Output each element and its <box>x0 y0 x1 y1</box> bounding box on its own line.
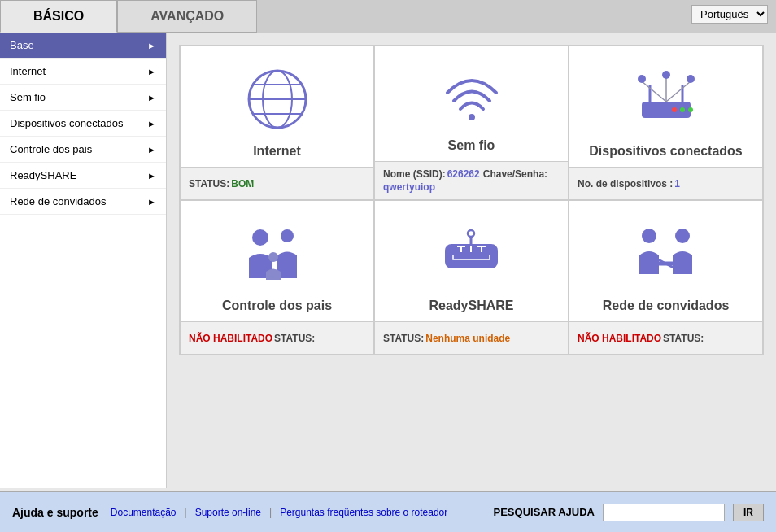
guest-network-icon <box>631 221 700 286</box>
card-controle-title: Controle dos pais <box>222 299 332 321</box>
card-internet[interactable]: Internet STATUS: BOM <box>180 46 374 200</box>
sidebar-arrow-dispositivos: ► <box>147 119 156 129</box>
card-controle-status: NÃO HABILITADO STATUS: <box>181 321 373 354</box>
semfio-pass-label: Chave/Senha: <box>483 168 547 180</box>
footer-link-docs[interactable]: Documentação <box>111 507 177 518</box>
sidebar: Base ► Internet ► Sem fio ► Dispositivos… <box>0 33 167 488</box>
svg-point-7 <box>672 107 677 112</box>
main-layout: Base ► Internet ► Sem fio ► Dispositivos… <box>0 33 776 488</box>
footer-sep-2: | <box>269 507 272 518</box>
card-dispositivos-status: No. de dispositivos : 1 <box>569 167 762 199</box>
card-rede-status: NÃO HABILITADO STATUS: <box>569 321 762 354</box>
readyshare-status-value: Nenhuma unidade <box>425 333 510 344</box>
sidebar-item-internet[interactable]: Internet ► <box>0 59 166 85</box>
card-controle[interactable]: Controle dos pais NÃO HABILITADO STATUS: <box>180 200 374 355</box>
wifi-icon <box>439 64 504 129</box>
card-internet-title: Internet <box>253 144 301 167</box>
sidebar-label-base: Base <box>10 39 34 51</box>
help-title: Ajuda e suporte <box>12 506 98 519</box>
language-dropdown[interactable]: Português English Español Français <box>691 5 768 24</box>
usb-icon <box>437 224 506 285</box>
rede-status-label: STATUS: <box>663 333 704 344</box>
svg-point-19 <box>281 229 294 242</box>
readyshare-status-label: STATUS: <box>383 333 424 344</box>
internet-icon <box>245 67 310 132</box>
semfio-ssid-value: 626262 <box>447 168 480 180</box>
sidebar-item-readyshare[interactable]: ReadySHARE ► <box>0 163 166 189</box>
sidebar-label-rede: Rede de convidados <box>10 195 107 207</box>
card-readyshare-title: ReadySHARE <box>429 299 513 321</box>
router-icon <box>630 69 703 130</box>
language-selector[interactable]: Português English Español Français <box>691 5 768 24</box>
card-dispositivos-icon-area <box>621 46 711 144</box>
card-dispositivos[interactable]: Dispositivos conectados No. de dispositi… <box>569 46 763 200</box>
sidebar-arrow-readyshare: ► <box>147 171 156 181</box>
internet-status-label: STATUS: <box>189 178 229 190</box>
card-internet-icon-area <box>237 46 318 144</box>
card-internet-status: STATUS: BOM <box>181 167 373 199</box>
sidebar-label-semfio: Sem fio <box>10 91 46 103</box>
sidebar-item-base[interactable]: Base ► <box>0 33 166 59</box>
sidebar-item-rede[interactable]: Rede de convidados ► <box>0 189 166 215</box>
sidebar-arrow-controle: ► <box>147 145 156 155</box>
card-semfio[interactable]: Sem fio Nome (SSID): 626262 Chave/Senha:… <box>374 46 569 200</box>
sidebar-item-dispositivos[interactable]: Dispositivos conectados ► <box>0 111 166 137</box>
sidebar-arrow-base: ► <box>147 41 156 50</box>
footer-link-support[interactable]: Suporte on-line <box>195 507 261 518</box>
sidebar-arrow-semfio: ► <box>147 93 156 102</box>
svg-point-16 <box>662 71 670 79</box>
search-label: PESQUISAR AJUDA <box>494 506 595 518</box>
footer: Ajuda e suporte Documentação | Suporte o… <box>0 491 776 532</box>
card-readyshare-status: STATUS: Nenhuma unidade <box>375 321 568 354</box>
controle-status-label: STATUS: <box>274 333 315 344</box>
svg-point-29 <box>642 229 656 243</box>
card-rede[interactable]: Rede de convidados NÃO HABILITADO STATUS… <box>569 200 763 355</box>
svg-point-23 <box>468 230 474 237</box>
cards-grid: Internet STATUS: BOM Sem fio <box>179 45 764 355</box>
sidebar-label-controle: Controle dos pais <box>10 143 92 155</box>
sidebar-arrow-rede: ► <box>147 197 156 207</box>
sidebar-label-readyshare: ReadySHARE <box>10 169 76 181</box>
sidebar-label-internet: Internet <box>10 65 46 77</box>
footer-link-faq[interactable]: Perguntas freqüentes sobre o roteador <box>280 507 447 518</box>
controle-habilitado: NÃO HABILITADO <box>189 333 272 344</box>
sidebar-label-dispositivos: Dispositivos conectados <box>10 117 123 129</box>
dispositivos-count-value: 1 <box>674 178 680 190</box>
card-semfio-status: Nome (SSID): 626262 Chave/Senha: qwertyu… <box>375 161 568 199</box>
card-readyshare-icon-area <box>429 201 514 299</box>
svg-point-30 <box>675 229 690 243</box>
svg-point-18 <box>252 229 268 246</box>
content-area: Internet STATUS: BOM Sem fio <box>167 33 776 488</box>
search-input[interactable] <box>603 504 725 521</box>
semfio-pass-value: qwertyuiop <box>383 181 435 193</box>
tab-advanced[interactable]: AVANÇADO <box>117 0 257 33</box>
svg-point-5 <box>469 114 475 120</box>
card-readyshare[interactable]: ReadySHARE STATUS: Nenhuma unidade <box>374 200 569 355</box>
card-dispositivos-title: Dispositivos conectados <box>589 144 743 167</box>
card-rede-icon-area <box>623 201 708 299</box>
top-tabs: BÁSICO AVANÇADO Português English Españo… <box>0 0 776 33</box>
svg-point-15 <box>638 75 646 83</box>
card-controle-icon-area <box>234 201 320 299</box>
svg-line-12 <box>642 81 666 102</box>
dispositivos-count-label: No. de dispositivos : <box>578 178 673 190</box>
sidebar-item-semfio[interactable]: Sem fio ► <box>0 85 166 111</box>
sidebar-item-controle[interactable]: Controle dos pais ► <box>0 137 166 163</box>
internet-status-value: BOM <box>231 178 254 190</box>
svg-line-14 <box>666 81 691 102</box>
footer-sep-1: | <box>185 507 187 518</box>
tab-basic[interactable]: BÁSICO <box>0 0 117 33</box>
svg-point-17 <box>687 75 695 83</box>
card-semfio-icon-area <box>431 46 512 138</box>
card-rede-title: Rede de convidados <box>603 299 730 321</box>
svg-point-20 <box>268 252 278 262</box>
sidebar-arrow-internet: ► <box>147 67 156 76</box>
svg-point-9 <box>688 107 693 112</box>
svg-point-8 <box>680 107 685 112</box>
card-semfio-title: Sem fio <box>448 138 495 161</box>
search-button[interactable]: IR <box>733 504 764 521</box>
rede-habilitado: NÃO HABILITADO <box>578 333 661 344</box>
semfio-ssid-label: Nome (SSID): <box>383 168 446 180</box>
parental-icon <box>242 221 312 286</box>
